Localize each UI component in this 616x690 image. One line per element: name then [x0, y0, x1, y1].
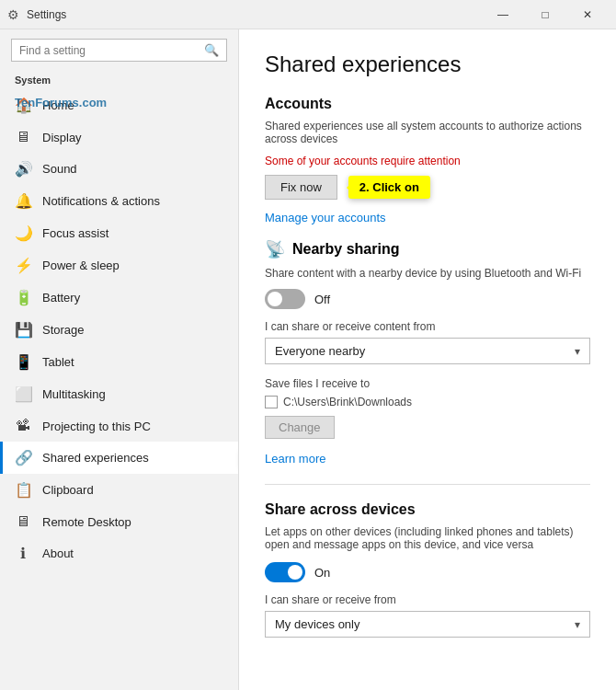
share-across-dropdown[interactable]: My devices only ▾ — [265, 611, 590, 638]
nearby-toggle-row: Off — [265, 289, 590, 309]
manage-accounts-link[interactable]: Manage your accounts — [265, 211, 590, 224]
sidebar-item-label: Power & sleep — [42, 259, 120, 272]
sidebar-item-label: Shared experiences — [42, 451, 149, 465]
nearby-toggle-label: Off — [314, 293, 330, 306]
sidebar-item-label: Projecting to this PC — [42, 420, 151, 433]
share-from-value: Everyone nearby — [275, 344, 365, 358]
close-button[interactable]: ✕ — [566, 0, 609, 29]
share-across-heading: Share across devices — [265, 501, 590, 518]
attention-text: Some of your accounts require attention — [265, 155, 590, 167]
notifications-icon: 🔔 — [15, 192, 31, 210]
remote-icon: 🖥 — [15, 513, 31, 530]
section-divider — [265, 484, 590, 485]
sidebar-item-label: Sound — [42, 162, 77, 176]
nearby-icon: 📡 — [265, 239, 285, 259]
save-files-checkbox[interactable] — [265, 396, 278, 408]
sidebar-item-storage[interactable]: 💾 Storage — [0, 314, 238, 346]
sidebar-search-area: 🔍 — [0, 29, 238, 69]
sidebar-item-about[interactable]: ℹ About — [0, 537, 238, 569]
settings-icon: ⚙ — [7, 7, 19, 22]
nearby-toggle-knob — [268, 292, 282, 306]
sidebar-item-power[interactable]: ⚡ Power & sleep — [0, 249, 238, 282]
page-title: Shared experiences — [265, 52, 590, 77]
sidebar-item-projecting[interactable]: 📽 Projecting to this PC — [0, 410, 238, 442]
sidebar-item-label: Storage — [42, 323, 85, 337]
sidebar-item-remote[interactable]: 🖥 Remote Desktop — [0, 506, 238, 537]
sidebar-item-label: Clipboard — [42, 483, 94, 497]
sidebar: TenForums.com 🔍 System 🏠 Home 🖥 Display … — [0, 29, 239, 690]
sidebar-search-box[interactable]: 🔍 — [11, 39, 227, 62]
sidebar-item-tablet[interactable]: 📱 Tablet — [0, 346, 238, 378]
sidebar-item-label: About — [42, 546, 74, 560]
search-icon: 🔍 — [204, 43, 219, 57]
chevron-down-icon: ▾ — [575, 345, 580, 358]
sidebar-item-label: Home — [42, 98, 74, 112]
content-area: Shared experiences Accounts Shared exper… — [239, 29, 616, 690]
storage-icon: 💾 — [15, 321, 31, 339]
chevron-down-icon-2: ▾ — [575, 618, 580, 631]
sidebar-item-label: Display — [42, 131, 82, 144]
title-bar-controls: — □ ✕ — [482, 0, 609, 29]
sidebar-item-notifications[interactable]: 🔔 Notifications & actions — [0, 185, 238, 217]
maximize-button[interactable]: □ — [524, 0, 566, 29]
sidebar-item-sound[interactable]: 🔊 Sound — [0, 153, 238, 185]
share-across-description: Let apps on other devices (including lin… — [265, 525, 590, 551]
title-bar-title: Settings — [27, 8, 66, 21]
share-from-dropdown[interactable]: Everyone nearby ▾ — [265, 338, 590, 364]
app-body: TenForums.com 🔍 System 🏠 Home 🖥 Display … — [0, 29, 616, 690]
change-button[interactable]: Change — [265, 416, 335, 439]
title-bar-left: ⚙ Settings — [7, 7, 66, 22]
sidebar-item-shared[interactable]: 🔗 Shared experiences 1. Click on — [0, 442, 238, 474]
save-files-row: C:\Users\Brink\Downloads — [265, 396, 590, 408]
nearby-toggle[interactable] — [265, 289, 305, 309]
sidebar-section-label: System — [0, 69, 238, 89]
fix-now-row: Fix now 2. Click on — [265, 175, 590, 200]
save-files-label: Save files I receive to — [265, 377, 590, 390]
learn-more-link[interactable]: Learn more — [265, 452, 590, 466]
projecting-icon: 📽 — [15, 418, 31, 434]
sidebar-item-label: Multitasking — [42, 387, 106, 401]
display-icon: 🖥 — [15, 129, 31, 145]
sound-icon: 🔊 — [15, 160, 31, 178]
fix-now-callout: 2. Click on — [348, 176, 430, 199]
search-input[interactable] — [19, 44, 204, 57]
minimize-button[interactable]: — — [482, 0, 524, 29]
nearby-sharing-heading-row: 📡 Nearby sharing — [265, 239, 590, 259]
sidebar-item-home[interactable]: 🏠 Home — [0, 89, 238, 121]
sidebar-item-display[interactable]: 🖥 Display — [0, 121, 238, 153]
focus-assist-icon: 🌙 — [15, 224, 31, 242]
shared-icon: 🔗 — [15, 449, 31, 466]
share-from-label: I can share or receive content from — [265, 320, 590, 333]
share-across-toggle[interactable] — [265, 562, 305, 582]
sidebar-item-label: Notifications & actions — [42, 194, 160, 208]
sidebar-item-clipboard[interactable]: 📋 Clipboard — [0, 474, 238, 506]
accounts-description: Shared experiences use all system accoun… — [265, 120, 590, 145]
share-across-value: My devices only — [275, 617, 359, 631]
nearby-sharing-heading: Nearby sharing — [292, 241, 399, 258]
nearby-sharing-description: Share content with a nearby device by us… — [265, 267, 590, 280]
clipboard-icon: 📋 — [15, 481, 31, 499]
sidebar-item-battery[interactable]: 🔋 Battery — [0, 282, 238, 314]
save-files-path: C:\Users\Brink\Downloads — [283, 396, 412, 408]
about-icon: ℹ — [15, 545, 31, 562]
sidebar-item-label: Focus assist — [42, 226, 108, 240]
sidebar-item-label: Remote Desktop — [42, 515, 131, 529]
sidebar-item-label: Tablet — [42, 355, 74, 369]
title-bar: ⚙ Settings — □ ✕ — [0, 0, 616, 29]
fix-now-button[interactable]: Fix now — [265, 175, 337, 200]
accounts-heading: Accounts — [265, 96, 590, 112]
battery-icon: 🔋 — [15, 289, 31, 306]
sidebar-item-focus-assist[interactable]: 🌙 Focus assist — [0, 217, 238, 249]
home-icon: 🏠 — [15, 97, 31, 114]
sidebar-item-label: Battery — [42, 291, 80, 305]
share-across-toggle-label: On — [314, 566, 330, 580]
share-across-from-label: I can share or receive from — [265, 593, 590, 606]
sidebar-item-multitasking[interactable]: ⬜ Multitasking — [0, 378, 238, 410]
multitasking-icon: ⬜ — [15, 385, 31, 403]
power-icon: ⚡ — [15, 257, 31, 274]
share-across-toggle-row: On — [265, 562, 590, 582]
share-across-toggle-knob — [288, 565, 302, 580]
tablet-icon: 📱 — [15, 353, 31, 371]
